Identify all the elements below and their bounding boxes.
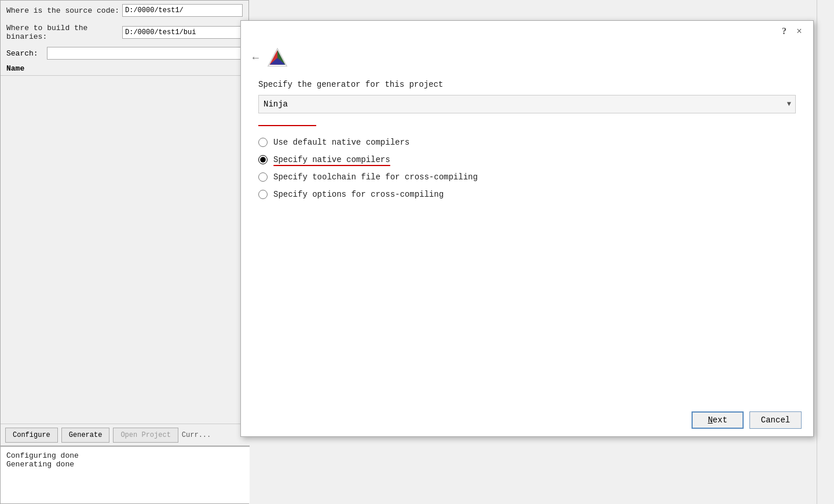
radio-toolchain-file[interactable] [258,172,268,182]
radio-label-toolchain-file: Specify toolchain file for cross-compili… [273,172,478,182]
modal-titlebar: ? × [241,21,813,42]
next-button[interactable]: Next [692,411,744,429]
next-underline-char: Next [708,415,727,425]
radio-specify-native[interactable] [258,155,268,164]
cmake-logo-icon [267,47,288,68]
generator-select-wrapper: Ninja Unix Makefiles Visual Studio 17 20… [258,95,796,113]
divider-line [258,125,316,126]
radio-label-default-compilers: Use default native compilers [273,138,409,147]
close-button[interactable]: × [791,23,807,39]
modal-overlay: ? × ← Specify the generator for this pro… [0,0,834,504]
radio-cross-compile-options[interactable] [258,190,268,199]
modal-footer: Next Cancel [241,404,813,436]
generator-label: Specify the generator for this project [258,80,796,89]
radio-label-specify-native: Specify native compilers [273,155,390,164]
generator-select[interactable]: Ninja Unix Makefiles Visual Studio 17 20… [258,95,796,113]
cancel-button[interactable]: Cancel [749,411,802,429]
modal-header: ← [241,42,813,68]
radio-item-cross-compile-options[interactable]: Specify options for cross-compiling [258,190,796,199]
radio-item-toolchain-file[interactable]: Specify toolchain file for cross-compili… [258,172,796,182]
radio-item-default-compilers[interactable]: Use default native compilers [258,138,796,147]
radio-group: Use default native compilers Specify nat… [258,138,796,199]
radio-default-compilers[interactable] [258,138,268,147]
modal-content: Specify the generator for this project N… [241,68,813,404]
radio-item-specify-native[interactable]: Specify native compilers [258,155,796,164]
radio-label-cross-compile-options: Specify options for cross-compiling [273,190,444,199]
back-arrow-icon[interactable]: ← [253,53,259,63]
help-button[interactable]: ? [782,26,787,36]
cmake-generator-dialog: ? × ← Specify the generator for this pro… [240,20,814,437]
